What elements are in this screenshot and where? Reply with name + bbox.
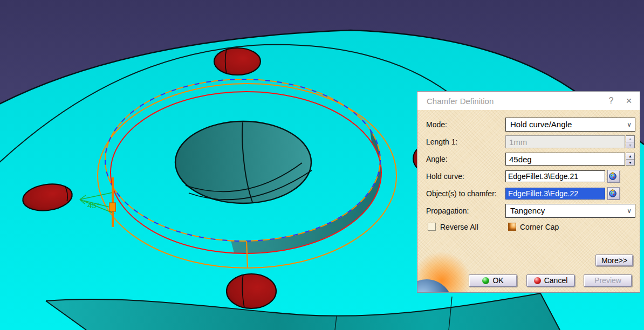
angle-spinner[interactable]: ▲ ▼ — [626, 153, 635, 166]
hold-curve-label: Hold curve: — [426, 171, 464, 182]
mode-dropdown[interactable]: Hold curve/Angle ∨ — [505, 118, 635, 132]
propagation-dropdown[interactable]: Tangency ∨ — [505, 204, 635, 218]
angle-annotation-value: 45° — [87, 201, 100, 210]
corner-cap-label: Corner Cap — [520, 222, 559, 232]
spinner-up-icon[interactable]: ▲ — [626, 153, 634, 159]
chevron-down-icon: ∨ — [627, 118, 632, 131]
dialog-titlebar[interactable]: Chamfer Definition ? × — [417, 92, 640, 110]
hold-curve-field[interactable] — [505, 170, 605, 182]
dialog-body: Mode: Hold curve/Angle ∨ Length 1: ▲ ▼ A… — [417, 110, 640, 292]
corner-cap-checkbox[interactable] — [508, 223, 516, 231]
mode-value: Hold curve/Angle — [510, 120, 572, 129]
ok-sphere-icon — [482, 277, 489, 284]
spinner-down-icon: ▼ — [626, 142, 634, 148]
close-icon[interactable]: × — [618, 95, 640, 107]
angle-label: Angle: — [426, 154, 448, 164]
dialog-title: Chamfer Definition — [417, 97, 604, 106]
bolt-hole-bottom — [227, 274, 276, 308]
more-button[interactable]: More>> — [595, 255, 633, 266]
center-hole — [175, 121, 312, 203]
reverse-all-label: Reverse All — [440, 222, 478, 232]
catia-viewport: 45° Chamfer Definition ? × Mode: Hold cu… — [0, 0, 644, 330]
cancel-sphere-icon — [534, 277, 541, 284]
propagation-label: Propagation: — [426, 205, 469, 216]
bolt-hole-top — [214, 48, 261, 75]
preview-button-label: Preview — [594, 275, 621, 286]
selection-bag-icon — [608, 188, 618, 197]
cancel-button-label: Cancel — [544, 275, 568, 286]
objects-to-chamfer-field[interactable] — [505, 188, 605, 200]
reverse-all-checkbox[interactable] — [428, 223, 436, 231]
propagation-value: Tangency — [510, 206, 545, 215]
selection-bag-icon — [608, 170, 618, 180]
length1-label: Length 1: — [426, 136, 457, 147]
length1-field — [505, 135, 625, 148]
spinner-down-icon[interactable]: ▼ — [626, 159, 634, 166]
ok-button-label: OK — [492, 275, 503, 286]
cancel-button[interactable]: Cancel — [526, 274, 575, 287]
objects-to-chamfer-label: Object(s) to chamfer: — [426, 188, 497, 199]
help-icon[interactable]: ? — [604, 96, 618, 106]
mode-label: Mode: — [426, 119, 447, 130]
more-button-label: More>> — [601, 255, 627, 266]
objects-multiselect-button[interactable] — [607, 187, 620, 200]
chevron-down-icon: ∨ — [627, 204, 632, 217]
ok-button[interactable]: OK — [469, 274, 517, 287]
chamfer-definition-dialog: Chamfer Definition ? × Mode: Hold curve/… — [417, 91, 640, 293]
preview-button: Preview — [584, 274, 632, 287]
angle-field[interactable] — [505, 153, 625, 166]
spinner-up-icon: ▲ — [626, 136, 634, 142]
hold-curve-multiselect-button[interactable] — [607, 170, 620, 183]
length1-spinner: ▲ ▼ — [626, 135, 635, 148]
